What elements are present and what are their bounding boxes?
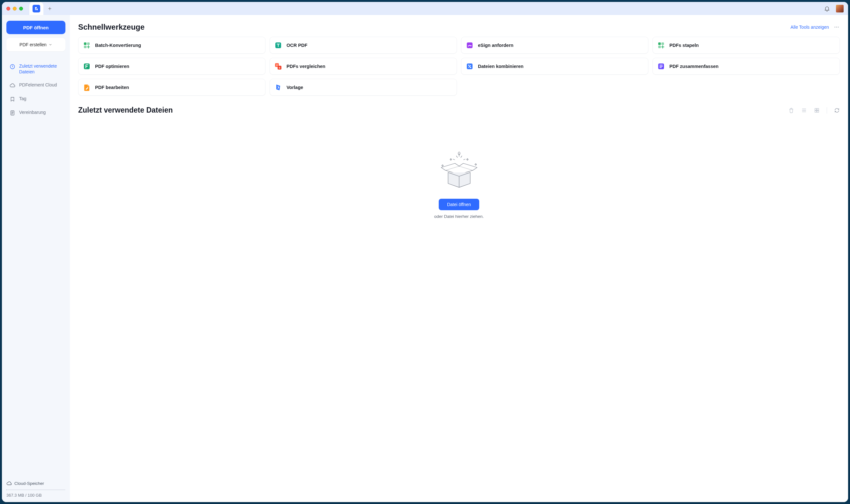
new-tab-button[interactable]	[43, 2, 56, 15]
bookmark-icon	[10, 96, 15, 102]
divider	[827, 107, 827, 113]
zoom-window-button[interactable]	[19, 7, 23, 11]
sidebar-footer: Cloud-Speicher 367.3 MB / 100 GB	[6, 481, 66, 498]
drag-hint-text: oder Datei hierher ziehen.	[434, 214, 484, 219]
titlebar-left	[6, 2, 56, 15]
sidebar-item-cloud[interactable]: PDFelement Cloud	[6, 79, 66, 92]
svg-rect-10	[658, 42, 661, 45]
tool-label: OCR PDF	[286, 43, 307, 48]
svg-point-4	[838, 27, 839, 28]
chevron-down-icon	[49, 43, 52, 47]
titlebar	[2, 2, 848, 15]
tool-card-compare[interactable]: VSPDFs vergleichen	[270, 58, 457, 75]
compare-icon: VS	[275, 62, 282, 70]
tool-label: Batch-Konvertierung	[95, 43, 141, 48]
clock-icon	[10, 64, 15, 70]
tool-label: PDF bearbeiten	[95, 85, 129, 90]
cloud-storage-row[interactable]: Cloud-Speicher	[6, 481, 66, 486]
tool-label: Vorlage	[286, 85, 303, 90]
sidebar-item-label: Zuletzt verwendete Dateien	[19, 64, 62, 75]
recent-title: Zuletzt verwendete Dateien	[78, 106, 173, 114]
app-logo-icon	[33, 5, 40, 13]
svg-point-2	[834, 27, 835, 28]
tool-label: PDFs vergleichen	[286, 64, 325, 69]
tool-label: eSign anfordern	[478, 43, 513, 48]
sidebar-item-tag[interactable]: Tag	[6, 93, 66, 105]
content-area: PDF öffnen PDF erstellen Zuletzt verwend…	[2, 15, 848, 502]
batch-convert-icon	[83, 41, 91, 49]
sidebar-item-agreement[interactable]: Vereinbarung	[6, 107, 66, 119]
recent-empty-state: Datei öffnen oder Datei hierher ziehen.	[78, 122, 840, 219]
svg-rect-23	[817, 110, 819, 112]
svg-text:V: V	[276, 64, 278, 66]
list-view-icon[interactable]	[801, 108, 807, 113]
main-panel: Schnellwerkzeuge Alle Tools anzeigen Bat…	[70, 15, 848, 502]
user-avatar[interactable]	[836, 5, 844, 13]
create-pdf-button[interactable]: PDF erstellen	[6, 38, 66, 51]
recent-header: Zuletzt verwendete Dateien	[78, 106, 840, 114]
tool-label: PDFs stapeln	[669, 43, 699, 48]
combine-icon	[466, 62, 474, 70]
quicktools-actions: Alle Tools anzeigen	[791, 24, 840, 30]
sidebar-item-recent[interactable]: Zuletzt verwendete Dateien	[6, 60, 66, 78]
tool-card-combine[interactable]: Dateien kombinieren	[461, 58, 648, 75]
trash-icon[interactable]	[789, 108, 794, 113]
tool-card-batch-convert[interactable]: Batch-Konvertierung	[78, 37, 265, 54]
open-pdf-button[interactable]: PDF öffnen	[6, 21, 66, 34]
svg-rect-12	[658, 46, 661, 48]
svg-rect-21	[817, 108, 819, 110]
storage-text: 367.3 MB / 100 GB	[6, 493, 66, 498]
tool-card-stack[interactable]: PDFs stapeln	[653, 37, 840, 54]
svg-rect-5	[84, 42, 87, 45]
svg-point-3	[836, 27, 837, 28]
cloud-icon	[10, 83, 15, 88]
app-window: PDF öffnen PDF erstellen Zuletzt verwend…	[2, 2, 848, 502]
tool-card-optimize[interactable]: PDF optimieren	[78, 58, 265, 75]
more-horizontal-icon	[834, 24, 839, 30]
quicktools-more-button[interactable]	[833, 24, 840, 30]
show-all-tools-link[interactable]: Alle Tools anzeigen	[791, 24, 829, 30]
esign-icon	[466, 41, 474, 49]
tool-label: Dateien kombinieren	[478, 64, 524, 69]
open-file-button[interactable]: Datei öffnen	[439, 199, 479, 210]
svg-rect-6	[87, 42, 90, 45]
traffic-lights	[6, 7, 23, 11]
tool-card-template[interactable]: Vorlage	[270, 79, 457, 96]
tool-card-edit[interactable]: PDF bearbeiten	[78, 79, 265, 96]
document-icon	[10, 110, 15, 116]
svg-text:S: S	[279, 67, 281, 69]
cloud-storage-label: Cloud-Speicher	[14, 481, 44, 486]
cloud-icon	[6, 481, 12, 486]
tool-card-summarize[interactable]: PDF zusammenfassen	[653, 58, 840, 75]
plus-icon	[47, 6, 52, 11]
sidebar-item-label: Vereinbarung	[19, 110, 46, 115]
stack-icon	[657, 41, 665, 49]
svg-rect-11	[661, 42, 664, 45]
storage-progress-fill	[6, 489, 7, 490]
edit-icon	[83, 84, 91, 91]
notifications-icon[interactable]	[824, 5, 830, 12]
sidebar-nav: Zuletzt verwendete Dateien PDFelement Cl…	[6, 60, 66, 119]
quicktools-grid: Batch-KonvertierungOCR PDFeSign anforder…	[78, 37, 840, 96]
summarize-icon	[657, 62, 665, 70]
empty-box-illustration	[437, 151, 481, 192]
ocr-pdf-icon	[275, 41, 282, 49]
tool-label: PDF zusammenfassen	[669, 64, 719, 69]
sidebar-item-label: Tag	[19, 96, 26, 102]
svg-rect-22	[815, 110, 816, 112]
tool-label: PDF optimieren	[95, 64, 129, 69]
home-tab[interactable]	[29, 2, 43, 15]
minimize-window-button[interactable]	[13, 7, 17, 11]
quicktools-header: Schnellwerkzeuge Alle Tools anzeigen	[78, 23, 840, 32]
tool-card-ocr-pdf[interactable]: OCR PDF	[270, 37, 457, 54]
sidebar: PDF öffnen PDF erstellen Zuletzt verwend…	[2, 15, 70, 502]
titlebar-right	[824, 5, 844, 13]
close-window-button[interactable]	[6, 7, 10, 11]
optimize-icon	[83, 62, 91, 70]
grid-view-icon[interactable]	[814, 108, 820, 113]
sidebar-item-label: PDFelement Cloud	[19, 82, 57, 88]
tool-card-esign[interactable]: eSign anfordern	[461, 37, 648, 54]
recent-actions	[789, 107, 840, 113]
svg-rect-20	[815, 108, 816, 110]
refresh-icon[interactable]	[834, 108, 840, 113]
